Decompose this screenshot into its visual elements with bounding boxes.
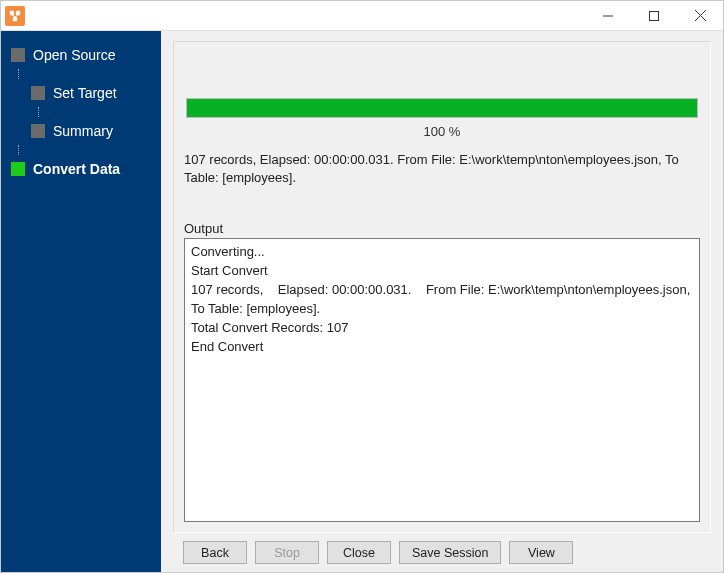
maximize-button[interactable]: [631, 1, 677, 31]
stop-button[interactable]: Stop: [255, 541, 319, 564]
progress-fill: [187, 99, 697, 117]
tree-connector: [18, 69, 161, 79]
square-icon: [31, 124, 45, 138]
square-icon: [11, 162, 25, 176]
square-icon: [11, 48, 25, 62]
main-content: 100 % 107 records, Elapsed: 00:00:00.031…: [161, 31, 723, 572]
content-panel: 100 % 107 records, Elapsed: 00:00:00.031…: [173, 41, 711, 533]
progress-bar: [186, 98, 698, 118]
close-button[interactable]: Close: [327, 541, 391, 564]
nav-item-open-source[interactable]: Open Source: [1, 41, 161, 69]
svg-line-3: [12, 15, 15, 17]
nav-label: Open Source: [33, 47, 116, 63]
nav-label: Summary: [53, 123, 113, 139]
output-textarea[interactable]: [184, 238, 700, 522]
svg-rect-6: [650, 11, 659, 20]
nav-label: Convert Data: [33, 161, 120, 177]
svg-rect-2: [13, 16, 17, 20]
nav-item-set-target[interactable]: Set Target: [1, 79, 161, 107]
button-row: Back Stop Close Save Session View: [173, 533, 711, 564]
titlebar: [1, 1, 723, 31]
svg-rect-1: [16, 10, 20, 14]
back-button[interactable]: Back: [183, 541, 247, 564]
tree-connector: [18, 145, 161, 155]
app-icon: [5, 6, 25, 26]
svg-line-4: [15, 15, 18, 17]
save-session-button[interactable]: Save Session: [399, 541, 501, 564]
output-label: Output: [184, 221, 700, 236]
sidebar-nav: Open Source Set Target Summary Convert D…: [1, 31, 161, 572]
titlebar-left: [1, 6, 25, 26]
square-icon: [31, 86, 45, 100]
nav-item-summary[interactable]: Summary: [1, 117, 161, 145]
close-window-button[interactable]: [677, 1, 723, 31]
progress-section: 100 %: [174, 98, 710, 139]
nav-label: Set Target: [53, 85, 117, 101]
tree-connector: [38, 107, 161, 117]
svg-rect-0: [10, 10, 14, 14]
window-controls: [585, 1, 723, 31]
status-text: 107 records, Elapsed: 00:00:00.031. From…: [174, 139, 710, 187]
minimize-button[interactable]: [585, 1, 631, 31]
progress-percent-label: 100 %: [186, 124, 698, 139]
output-section: Output: [174, 221, 710, 532]
nav-item-convert-data[interactable]: Convert Data: [1, 155, 161, 183]
view-button[interactable]: View: [509, 541, 573, 564]
